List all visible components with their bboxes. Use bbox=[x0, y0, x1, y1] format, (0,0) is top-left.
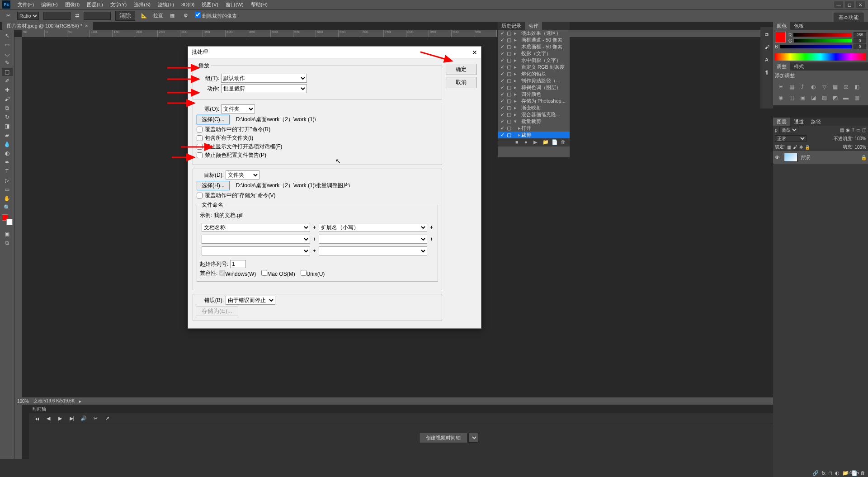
link-icon[interactable]: 🔗 bbox=[812, 470, 819, 476]
suppress-open-checkbox[interactable] bbox=[197, 144, 203, 150]
ratio-width-input[interactable] bbox=[43, 12, 71, 20]
filter-icon2[interactable]: ◉ bbox=[846, 128, 850, 132]
color-spectrum[interactable] bbox=[775, 53, 866, 61]
menu-filter[interactable]: 滤镜(T) bbox=[154, 0, 178, 9]
action-row[interactable]: ✓▢▸存储为 Photoshop... bbox=[498, 98, 570, 104]
error-select[interactable]: 由于错误而停止 bbox=[226, 296, 275, 305]
start-serial-input[interactable] bbox=[230, 260, 246, 268]
threshold-icon[interactable]: ◩ bbox=[831, 94, 839, 102]
filter-icon[interactable]: ▤ bbox=[840, 128, 844, 132]
action-row[interactable]: ✓▢▾批量裁剪 bbox=[498, 118, 570, 125]
mask-icon[interactable]: ◻ bbox=[828, 470, 832, 476]
shape-tool[interactable]: ▭ bbox=[2, 185, 13, 194]
photofilter-icon[interactable]: ◉ bbox=[777, 94, 785, 102]
dodge-tool[interactable]: ◐ bbox=[2, 149, 13, 157]
brush-strip-icon[interactable]: 🖌 bbox=[762, 43, 771, 52]
action-row[interactable]: ✓▢▸四分颜色 bbox=[498, 91, 570, 98]
action-select[interactable]: 批量裁剪 bbox=[221, 84, 307, 93]
action-row[interactable]: ✓▢▸水中倒影（文字） bbox=[498, 57, 570, 64]
color-swatch[interactable] bbox=[775, 32, 786, 43]
hand-tool[interactable]: ✋ bbox=[2, 194, 13, 203]
zoom-level[interactable]: 100% bbox=[17, 399, 29, 404]
marquee-tool[interactable]: ▭ bbox=[2, 41, 13, 49]
menu-file[interactable]: 文件(F) bbox=[14, 0, 38, 9]
levels-icon[interactable]: ▤ bbox=[788, 83, 796, 91]
lock-paint-icon[interactable]: 🖌 bbox=[793, 145, 797, 150]
name-part-1[interactable]: 文档名称 bbox=[202, 223, 310, 232]
channelmixer-icon[interactable]: ◫ bbox=[788, 94, 796, 102]
exposure-icon[interactable]: ◐ bbox=[809, 83, 817, 91]
ok-button[interactable]: 确定 bbox=[446, 64, 476, 75]
name-part-4[interactable] bbox=[319, 235, 427, 244]
menu-layer[interactable]: 图层(L) bbox=[83, 0, 106, 9]
layer-list[interactable]: 👁 背景 🔒 bbox=[773, 151, 868, 469]
ratio-height-input[interactable] bbox=[84, 12, 111, 20]
colormap-icon[interactable]: ▣ bbox=[798, 94, 807, 102]
para-strip-icon[interactable]: ¶ bbox=[762, 68, 771, 77]
quick-select-tool[interactable]: ✎ bbox=[2, 59, 13, 67]
straighten-icon[interactable]: 📐 bbox=[140, 11, 149, 20]
audio-icon[interactable]: 🔊 bbox=[80, 415, 88, 422]
curves-icon[interactable]: ⤴ bbox=[798, 83, 807, 91]
compat-mac-checkbox[interactable] bbox=[261, 270, 267, 276]
selective-icon[interactable]: ▥ bbox=[853, 94, 861, 102]
posterize-icon[interactable]: ▨ bbox=[820, 94, 828, 102]
grid-icon[interactable]: ▦ bbox=[168, 11, 177, 20]
blend-mode-select[interactable]: 正常 bbox=[775, 135, 807, 142]
lock-all-icon[interactable]: 🔒 bbox=[805, 145, 810, 150]
menu-help[interactable]: 帮助(H) bbox=[247, 0, 271, 9]
layer-name[interactable]: 背景 bbox=[800, 154, 858, 161]
action-row[interactable]: ✓▢ ▸打开 bbox=[498, 125, 570, 132]
action-row[interactable]: ✓▢▸投影（文字） bbox=[498, 50, 570, 57]
g-slider[interactable] bbox=[794, 39, 852, 43]
paths-tab[interactable]: 路径 bbox=[807, 118, 825, 126]
b-slider[interactable] bbox=[780, 45, 852, 48]
action-row[interactable]: ✓▢▸棕褐色调（图层） bbox=[498, 84, 570, 91]
name-part-3[interactable] bbox=[202, 235, 310, 244]
transition-icon[interactable]: ↗ bbox=[103, 415, 111, 422]
lock-trans-icon[interactable]: ▦ bbox=[787, 145, 791, 150]
filter-icon4[interactable]: ▭ bbox=[856, 128, 860, 132]
r-value[interactable] bbox=[854, 32, 866, 38]
crop-tool[interactable]: ◫ bbox=[2, 68, 13, 76]
window-minimize-button[interactable]: — bbox=[834, 1, 843, 8]
name-part-2[interactable]: 扩展名（小写） bbox=[319, 223, 427, 232]
scissors-icon[interactable]: ✂ bbox=[91, 415, 99, 422]
r-slider[interactable] bbox=[793, 33, 852, 37]
actions-tab[interactable]: 动作 bbox=[525, 22, 542, 30]
layer-thumbnail[interactable] bbox=[784, 153, 797, 162]
ratio-select[interactable]: Ratio bbox=[17, 12, 39, 20]
menu-image[interactable]: 图像(I) bbox=[61, 0, 83, 9]
group-select[interactable]: 默认动作 bbox=[221, 74, 307, 83]
stop-icon[interactable]: ■ bbox=[515, 139, 522, 146]
delete-cropped-checkbox[interactable]: 删除裁剪的像素 bbox=[195, 12, 237, 19]
quickmask-tool[interactable]: ▣ bbox=[2, 230, 13, 238]
g-value[interactable] bbox=[854, 38, 866, 43]
include-sub-checkbox[interactable] bbox=[197, 135, 203, 141]
record-icon[interactable]: ● bbox=[524, 139, 531, 146]
colorbalance-icon[interactable]: ⚖ bbox=[842, 83, 850, 91]
delete-icon[interactable]: 🗑 bbox=[561, 139, 567, 146]
name-part-6[interactable] bbox=[319, 246, 427, 255]
compat-unix-checkbox[interactable] bbox=[301, 270, 307, 276]
invert-icon[interactable]: ◪ bbox=[809, 94, 817, 102]
vibrance-icon[interactable]: ▽ bbox=[820, 83, 828, 91]
crop-tool-icon[interactable]: ✂ bbox=[4, 11, 13, 20]
healing-tool[interactable]: ✚ bbox=[2, 86, 13, 94]
window-maximize-button[interactable]: ◻ bbox=[845, 1, 854, 8]
layer-kind-select[interactable]: 类型 bbox=[779, 127, 798, 133]
action-row[interactable]: ✓▢▸制作剪贴路径（... bbox=[498, 77, 570, 84]
timeline-type-select[interactable] bbox=[468, 433, 478, 443]
play-icon[interactable]: ▶ bbox=[56, 415, 64, 422]
adjustment-layer-icon[interactable]: ◐ bbox=[835, 470, 840, 476]
close-tab-icon[interactable]: × bbox=[85, 23, 88, 28]
actions-list[interactable]: ✓▢▸淡出效果（选区）✓▢▸画框通道 - 50 像素✓▢▸木质画框 - 50 像… bbox=[498, 30, 570, 138]
delete-layer-icon[interactable]: 🗑 bbox=[860, 470, 865, 476]
filter-icon3[interactable]: T bbox=[852, 128, 854, 132]
workspace-mode-button[interactable]: 基本功能 bbox=[834, 13, 863, 22]
history-tab[interactable]: 历史记录 bbox=[498, 22, 525, 30]
choose-dest-button[interactable]: 选择(H)... bbox=[197, 181, 230, 190]
gradientmap-icon[interactable]: ▬ bbox=[842, 94, 850, 102]
hue-icon[interactable]: ▦ bbox=[831, 83, 839, 91]
menu-window[interactable]: 窗口(W) bbox=[222, 0, 247, 9]
